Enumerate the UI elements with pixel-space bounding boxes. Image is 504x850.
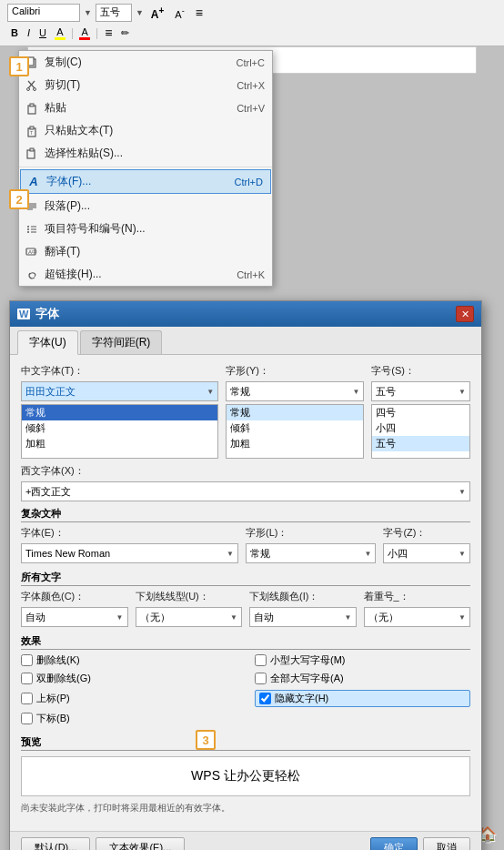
svg-rect-7 [30,104,34,106]
dialog-titlebar: W 字体 ✕ [10,301,481,327]
menu-item-selective-paste[interactable]: 选择性粘贴(S)... [19,142,272,165]
text-effect-btn[interactable]: 文本效果(E)... [96,837,185,850]
default-btn[interactable]: 默认(D)... [21,837,90,850]
effect-hidden[interactable]: 隐藏文字(H) [255,690,470,707]
list-item-style-bold[interactable]: 加粗 [227,436,363,451]
complex-size-select[interactable]: 小四 ▼ [383,543,470,563]
tab-spacing[interactable]: 字符间距(R) [80,330,163,354]
small-caps-checkbox[interactable] [255,654,267,666]
svg-point-18 [27,228,29,230]
dialog-body: 中文字体(T)： 田田文正文 ▼ 常规 倾斜 加粗 字形(Y)： 常规 ▼ [10,355,481,831]
italic-btn[interactable]: I [24,24,34,42]
size-select[interactable]: 五号 ▼ [371,381,470,401]
step-badge-1: 1 [9,56,29,76]
effect-subscript[interactable]: 下标(B) [21,712,237,725]
underline-color-select[interactable]: 自动 ▼ [249,607,357,627]
effects-label: 效果 [21,634,470,650]
style-select[interactable]: 常规 ▼ [226,381,364,401]
list-item-size-small4[interactable]: 小四 [372,420,469,436]
style-list[interactable]: 常规 倾斜 加粗 [226,404,364,459]
format-btn[interactable]: ✏ [117,24,133,42]
tab-font[interactable]: 字体(U) [17,330,78,355]
subscript-checkbox[interactable] [21,713,33,724]
dialog-close-btn[interactable]: ✕ [456,306,474,322]
font-grow-btn[interactable]: A+ [147,4,168,22]
underline-btn[interactable]: U [35,24,50,42]
effect-all-caps[interactable]: 全部大写字母(A) [255,672,470,685]
effect-superscript[interactable]: 上标(P) [21,690,237,707]
menu-item-translate[interactable]: A中 翻译(T) [19,240,272,263]
bullets-icon [25,222,39,237]
menu-item-copy[interactable]: 复制(C) Ctrl+C [19,51,272,74]
complex-font-select[interactable]: Times New Roman ▼ [21,543,238,563]
chinese-font-list[interactable]: 常规 倾斜 加粗 [21,404,218,459]
complex-size-col: 字号(Z)： 小四 ▼ [383,526,470,563]
double-strikethrough-checkbox[interactable] [21,673,33,684]
svg-text:A中: A中 [28,249,37,255]
font-shrink-btn[interactable]: A- [171,4,187,22]
effect-small-caps[interactable]: 小型大写字母(M) [255,653,470,667]
all-text-label: 所有文字 [21,571,470,586]
complex-size-label: 字号(Z)： [383,526,470,540]
toolbar-row1: Calibri ▼ 五号 ▼ A+ A- ≡ [7,4,497,22]
strikethrough-checkbox[interactable] [21,654,33,666]
font-size-box[interactable]: 五号 [96,4,132,22]
list-item-regular[interactable]: 常规 [22,405,217,420]
emphasis-label: 着重号_： [364,590,471,603]
font-name-box[interactable]: Calibri [7,4,80,22]
bullets-label: 项目符号和编号(N)... [45,221,146,237]
effect-strikethrough[interactable]: 删除线(K) [21,653,237,667]
chinese-font-select[interactable]: 田田文正文 ▼ [21,381,218,401]
font-main-row: 中文字体(T)： 田田文正文 ▼ 常规 倾斜 加粗 字形(Y)： 常规 ▼ [21,364,470,459]
complex-style-select[interactable]: 常规 ▼ [246,543,376,563]
list-item-size-5[interactable]: 五号 [372,436,469,451]
underline-type-select[interactable]: （无） ▼ [136,607,243,627]
footer-left: 默认(D)... 文本效果(E)... [21,837,185,850]
dialog-title: W 字体 [17,306,59,322]
highlight-color-btn[interactable]: A [52,25,68,42]
font-color-btn[interactable]: A [76,25,93,42]
step-badge-2: 2 [9,189,29,209]
font-label: 字体(F)... [46,174,91,189]
list-item-style-italic[interactable]: 倾斜 [227,420,363,436]
all-caps-checkbox[interactable] [255,673,267,684]
size-list[interactable]: 四号 小四 五号 [371,404,470,459]
menu-item-font[interactable]: A 字体(F)... Ctrl+D [20,169,271,194]
chinese-font-col: 中文字体(T)： 田田文正文 ▼ 常规 倾斜 加粗 [21,364,218,459]
toolbar: Calibri ▼ 五号 ▼ A+ A- ≡ B I U A | A | ≡ ✏ [0,0,504,46]
ok-btn[interactable]: 确定 [370,837,418,850]
cut-icon [25,78,39,93]
more-format-btn[interactable]: ≡ [192,4,207,22]
dialog-tabs: 字体(U) 字符间距(R) [10,327,481,355]
cancel-btn[interactable]: 取消 [423,837,470,850]
hyperlink-shortcut: Ctrl+K [237,269,265,280]
list-item-italic[interactable]: 倾斜 [22,420,217,436]
menu-item-paragraph[interactable]: 段落(P)... [19,195,272,218]
menu-item-hyperlink[interactable]: 超链接(H)... Ctrl+K [19,263,272,286]
western-font-col: 西文字体(X)： +西文正文 ▼ [21,464,470,501]
menu-item-paste[interactable]: 粘贴 Ctrl+V [19,96,272,119]
size-col: 字号(S)： 五号 ▼ 四号 小四 五号 [371,364,470,459]
superscript-checkbox[interactable] [21,693,33,704]
menu-item-bullets[interactable]: 项目符号和编号(N)... [19,218,272,240]
list-item-size-4[interactable]: 四号 [372,405,469,420]
hidden-checkbox[interactable] [259,693,271,704]
font-name-arrow: ▼ [84,8,92,17]
list-item-style-regular[interactable]: 常规 [227,405,363,420]
menu-item-cut[interactable]: 剪切(T) Ctrl+X [19,74,272,96]
emphasis-select[interactable]: （无） ▼ [364,607,471,627]
svg-rect-12 [30,148,34,151]
emphasis-arrow: ▼ [459,613,466,622]
dialog-footer: 默认(D)... 文本效果(E)... 确定 取消 [10,831,481,850]
footer-right: 确定 取消 [370,837,470,850]
align-btn[interactable]: ≡ [101,24,116,42]
font-color-select[interactable]: 自动 ▼ [21,607,128,627]
all-text-section: 所有文字 字体颜色(C)： 自动 ▼ 下划线线型(U)： （无） ▼ [21,571,470,627]
font-icon: A [26,175,41,189]
list-item-bold[interactable]: 加粗 [22,436,217,451]
effect-double-strikethrough[interactable]: 双删除线(G) [21,672,237,685]
bold-btn[interactable]: B [7,24,22,42]
western-font-select[interactable]: +西文正文 ▼ [21,481,470,501]
font-size-arrow: ▼ [136,8,144,17]
menu-item-paste-text[interactable]: T 只粘贴文本(T) [19,119,272,142]
